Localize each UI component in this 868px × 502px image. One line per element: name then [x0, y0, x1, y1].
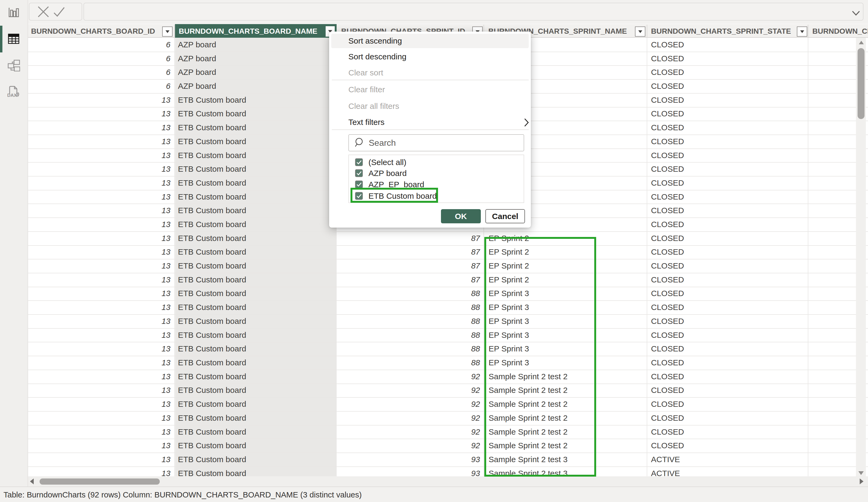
svg-text:DAX: DAX	[7, 93, 17, 97]
